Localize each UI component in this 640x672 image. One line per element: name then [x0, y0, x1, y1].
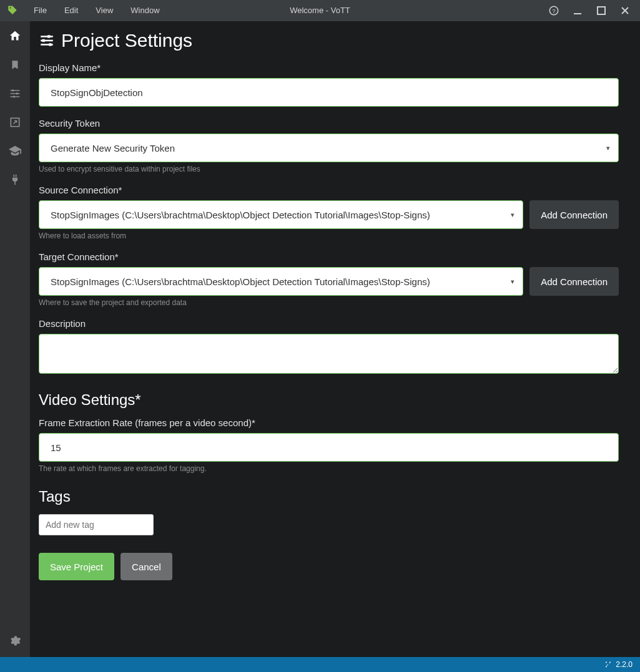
svg-point-5: [16, 92, 18, 94]
field-target-connection: Target Connection* StopSignImages (C:\Us…: [39, 251, 619, 307]
frame-rate-input[interactable]: [39, 433, 619, 462]
menu-file[interactable]: File: [25, 0, 56, 21]
sidebar-item-settings[interactable]: [6, 632, 24, 650]
security-token-hint: Used to encrypt sensitive data within pr…: [39, 165, 619, 173]
page-title-text: Project Settings: [61, 30, 192, 51]
bookmark-icon: [9, 59, 21, 71]
target-connection-label: Target Connection*: [39, 251, 619, 262]
sidebar-item-bookmark[interactable]: [6, 56, 24, 74]
home-icon: [8, 29, 22, 43]
svg-point-6: [13, 95, 15, 97]
sliders-icon: [39, 32, 55, 49]
add-target-connection-button[interactable]: Add Connection: [529, 267, 619, 296]
save-project-button[interactable]: Save Project: [39, 553, 114, 580]
svg-rect-8: [47, 35, 50, 37]
export-icon: [9, 116, 21, 129]
plug-icon: [9, 173, 21, 186]
close-icon[interactable]: [619, 4, 631, 17]
statusbar: 2.2.0: [0, 657, 640, 672]
add-source-connection-button[interactable]: Add Connection: [529, 200, 619, 229]
gear-icon: [9, 635, 21, 647]
field-frame-rate: Frame Extraction Rate (frames per a vide…: [39, 417, 619, 473]
content-area: Project Settings Display Name* Security …: [30, 21, 640, 657]
menu-view[interactable]: View: [87, 0, 122, 21]
frame-rate-label: Frame Extraction Rate (frames per a vide…: [39, 417, 619, 428]
display-name-label: Display Name*: [39, 62, 619, 73]
frame-rate-hint: The rate at which frames are extracted f…: [39, 464, 619, 473]
main-menu: File Edit View Window: [25, 0, 169, 21]
version-label: 2.2.0: [604, 660, 633, 669]
field-description: Description: [39, 318, 619, 376]
display-name-input[interactable]: [39, 78, 619, 107]
field-source-connection: Source Connection* StopSignImages (C:\Us…: [39, 185, 619, 240]
form-actions: Save Project Cancel: [39, 553, 619, 580]
minimize-icon[interactable]: [571, 4, 584, 17]
svg-rect-3: [598, 7, 605, 14]
graduation-icon: [8, 144, 22, 158]
titlebar: File Edit View Window Welcome - VoTT ?: [0, 0, 640, 21]
sidebar: [0, 21, 30, 657]
menu-window[interactable]: Window: [122, 0, 168, 21]
svg-text:?: ?: [552, 7, 556, 14]
menu-edit[interactable]: Edit: [56, 0, 87, 21]
description-textarea[interactable]: [39, 334, 619, 374]
sidebar-item-grad[interactable]: [6, 142, 24, 160]
tags-input[interactable]: [39, 514, 154, 535]
sidebar-item-plug[interactable]: [6, 171, 24, 188]
help-icon[interactable]: ?: [548, 4, 560, 17]
sidebar-item-home[interactable]: [6, 27, 24, 45]
tags-heading: Tags: [39, 488, 619, 505]
svg-rect-9: [42, 39, 44, 42]
cancel-button[interactable]: Cancel: [121, 553, 172, 580]
video-settings-heading: Video Settings*: [39, 391, 619, 409]
branch-icon: [604, 661, 612, 668]
source-connection-label: Source Connection*: [39, 185, 619, 195]
sidebar-item-sliders[interactable]: [6, 85, 24, 102]
sidebar-item-export[interactable]: [6, 114, 24, 131]
svg-rect-2: [574, 13, 581, 14]
field-display-name: Display Name*: [39, 62, 619, 107]
page-title: Project Settings: [39, 30, 619, 51]
source-connection-select[interactable]: StopSignImages (C:\Users\brachtma\Deskto…: [39, 200, 523, 229]
description-label: Description: [39, 318, 619, 329]
svg-point-4: [12, 89, 14, 91]
version-text: 2.2.0: [616, 660, 633, 669]
maximize-icon[interactable]: [595, 4, 608, 17]
security-token-select[interactable]: Generate New Security Token: [39, 134, 619, 162]
field-security-token: Security Token Generate New Security Tok…: [39, 118, 619, 173]
security-token-label: Security Token: [39, 118, 619, 129]
app-logo: [0, 0, 25, 21]
sliders-icon: [9, 87, 21, 100]
window-title: Welcome - VoTT: [290, 0, 350, 21]
target-connection-hint: Where to save the project and exported d…: [39, 298, 619, 307]
window-controls: ?: [548, 4, 640, 17]
target-connection-select[interactable]: StopSignImages (C:\Users\brachtma\Deskto…: [39, 267, 523, 296]
source-connection-hint: Where to load assets from: [39, 231, 619, 240]
main-area: Project Settings Display Name* Security …: [0, 21, 640, 657]
tag-icon: [7, 5, 18, 16]
svg-rect-10: [49, 43, 51, 46]
